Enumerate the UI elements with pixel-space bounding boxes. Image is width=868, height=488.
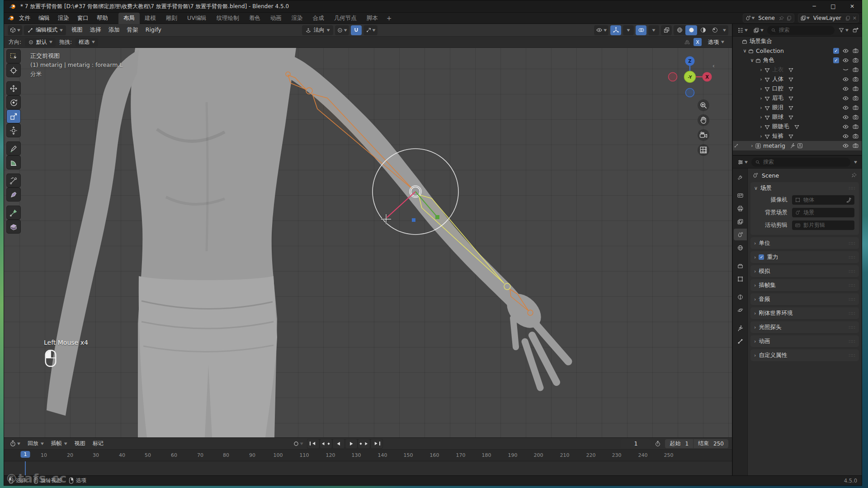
shading-solid-button[interactable] bbox=[685, 25, 697, 35]
expander-closed-icon[interactable]: › bbox=[758, 133, 764, 139]
use-preview-range-toggle[interactable] bbox=[652, 439, 663, 449]
shading-material-button[interactable] bbox=[697, 25, 709, 35]
tab-tool[interactable] bbox=[734, 171, 747, 183]
tab-view-layer[interactable] bbox=[734, 216, 747, 227]
property-section[interactable]: › 刚体世界环境 ∷∷ bbox=[750, 307, 859, 319]
tool-rotate[interactable] bbox=[7, 96, 20, 109]
expander-closed-icon[interactable]: › bbox=[758, 114, 764, 120]
scene-selector[interactable]: ▼ Scene bbox=[743, 14, 794, 23]
jump-to-end-button[interactable] bbox=[371, 439, 382, 448]
render-visibility-camera-icon[interactable] bbox=[852, 133, 859, 140]
collection-checkbox[interactable]: ✓ bbox=[833, 57, 839, 63]
field-input[interactable]: 影片剪辑 bbox=[792, 221, 854, 230]
remove-viewlayer-icon[interactable]: ✕ bbox=[853, 15, 857, 21]
timeline-menu-item[interactable]: 视图 bbox=[71, 438, 89, 449]
render-visibility-camera-icon[interactable] bbox=[852, 66, 859, 73]
tool-scale[interactable] bbox=[7, 110, 20, 123]
expander-closed-icon[interactable]: › bbox=[758, 124, 764, 130]
section-grip[interactable]: ∷∷ bbox=[849, 269, 855, 274]
expander-closed-icon[interactable]: › bbox=[758, 95, 764, 101]
workspace-tab[interactable]: 着色 bbox=[244, 13, 265, 24]
auto-keying-toggle[interactable]: ▼ bbox=[291, 439, 305, 449]
frame-start-field[interactable]: 起始 1 bbox=[665, 439, 693, 448]
tab-constraints[interactable] bbox=[734, 291, 747, 303]
outliner-row[interactable]: › 人体 bbox=[733, 75, 862, 84]
tool-cursor[interactable] bbox=[7, 64, 20, 77]
gizmos-toggle[interactable] bbox=[610, 25, 621, 35]
workspace-tab[interactable]: 动画 bbox=[265, 13, 287, 24]
render-visibility-camera-icon[interactable] bbox=[852, 104, 859, 111]
eyedropper-icon[interactable] bbox=[846, 197, 852, 203]
topbar-menu-item[interactable]: 编辑 bbox=[34, 13, 54, 23]
viewlayer-selector[interactable]: ▼ ViewLayer ✕ bbox=[798, 14, 859, 23]
outliner-search[interactable]: 搜索 bbox=[767, 26, 835, 35]
viewport-menu-item[interactable]: 选择 bbox=[86, 25, 105, 35]
pin-icon[interactable] bbox=[851, 172, 857, 178]
outliner-row[interactable]: › 眉毛 bbox=[733, 94, 862, 103]
navigation-gizmo[interactable]: Z X -Y bbox=[665, 49, 719, 160]
breadcrumb-scene[interactable]: Scene bbox=[762, 172, 779, 179]
play-button[interactable] bbox=[345, 439, 357, 448]
viewport-menu-item[interactable]: Rigify bbox=[142, 25, 165, 35]
render-visibility-camera-icon[interactable] bbox=[852, 85, 859, 92]
direction-dropdown[interactable]: 默认 ▼ bbox=[25, 38, 56, 47]
new-scene-icon[interactable] bbox=[786, 15, 792, 21]
pan-button[interactable] bbox=[698, 114, 709, 126]
prev-keyframe-button[interactable] bbox=[320, 439, 332, 448]
outliner-row[interactable]: · 场景集合 bbox=[733, 37, 862, 46]
timeline-menu-item[interactable]: 回放▼ bbox=[24, 438, 47, 449]
workspace-tab[interactable]: 脚本 bbox=[362, 13, 383, 24]
mirror-x-toggle[interactable]: X bbox=[693, 38, 702, 46]
section-grip[interactable]: ∷∷ bbox=[849, 297, 855, 302]
tab-bone[interactable] bbox=[734, 335, 747, 347]
pin-icon[interactable] bbox=[778, 15, 784, 21]
mode-dropdown[interactable]: 编辑模式 ▼ bbox=[24, 25, 66, 35]
outliner-row[interactable]: › metarig bbox=[733, 141, 862, 150]
outliner-row[interactable]: › 上衣 bbox=[733, 65, 862, 75]
expander-closed-icon[interactable]: › bbox=[758, 76, 764, 82]
options-dropdown[interactable]: 选项 ▼ bbox=[705, 38, 727, 47]
hide-eye-icon[interactable] bbox=[842, 57, 849, 64]
tool-transform[interactable] bbox=[7, 124, 20, 137]
section-grip[interactable]: ∷∷ bbox=[849, 339, 855, 344]
section-grip[interactable]: ∷∷ bbox=[849, 241, 855, 246]
outliner-row[interactable]: › 眼泪 bbox=[733, 103, 862, 113]
ortho-toggle-button[interactable] bbox=[698, 144, 709, 156]
snap-with-dropdown[interactable]: ▼ bbox=[363, 25, 377, 35]
pivot-point-dropdown[interactable]: ▼ bbox=[335, 25, 349, 35]
camera-view-button[interactable] bbox=[698, 129, 709, 141]
outliner-row[interactable]: › 眼睫毛 bbox=[733, 122, 862, 131]
timeline-track-area[interactable] bbox=[4, 461, 732, 475]
viewport-menu-item[interactable]: 骨架 bbox=[123, 25, 142, 35]
topbar-menu-item[interactable]: 窗口 bbox=[73, 13, 93, 23]
timeline-menu-item[interactable]: 插帧▼ bbox=[47, 438, 71, 449]
overlays-dropdown[interactable]: ▼ bbox=[648, 25, 659, 35]
section-grip[interactable]: ∷∷ bbox=[849, 255, 855, 260]
blender-app-menu-icon[interactable] bbox=[7, 15, 15, 21]
topbar-menu-item[interactable]: 帮助 bbox=[93, 13, 112, 23]
next-keyframe-button[interactable] bbox=[358, 439, 370, 448]
expander-closed-icon[interactable]: › bbox=[749, 143, 755, 149]
outliner-row[interactable]: › 短裤 bbox=[733, 131, 862, 141]
expander-open-icon[interactable]: ∨ bbox=[742, 48, 748, 54]
hide-eye-icon[interactable] bbox=[842, 104, 849, 111]
minimize-button[interactable]: ─ bbox=[805, 0, 824, 12]
tab-scene[interactable] bbox=[734, 229, 747, 240]
overlays-toggle[interactable] bbox=[636, 25, 646, 35]
tab-object[interactable] bbox=[734, 273, 747, 285]
section-checkbox[interactable]: ✓ bbox=[759, 254, 764, 260]
viewport-menu-item[interactable]: 添加 bbox=[105, 25, 123, 35]
workspace-tab[interactable]: 几何节点 bbox=[329, 13, 362, 24]
render-visibility-camera-icon[interactable] bbox=[852, 76, 859, 83]
properties-editor-type-button[interactable]: ▼ bbox=[736, 157, 750, 167]
gizmos-dropdown[interactable]: ▼ bbox=[623, 25, 634, 35]
shading-rendered-button[interactable] bbox=[709, 25, 721, 35]
xray-toggle[interactable] bbox=[661, 25, 672, 35]
tool-shear[interactable] bbox=[7, 220, 20, 233]
viewport-canvas[interactable]: 正交前视图 (1) metarig | metarig : forearm.L … bbox=[4, 48, 732, 437]
current-frame-field[interactable]: 1 bbox=[621, 439, 651, 448]
render-visibility-camera-icon[interactable] bbox=[852, 123, 859, 130]
hidden-eye-icon[interactable] bbox=[842, 66, 849, 73]
sidebar-collapse-arrow[interactable]: ‹ bbox=[712, 62, 715, 69]
scene-panel-header[interactable]: ∨ 场景 ∷∷ bbox=[750, 182, 859, 194]
